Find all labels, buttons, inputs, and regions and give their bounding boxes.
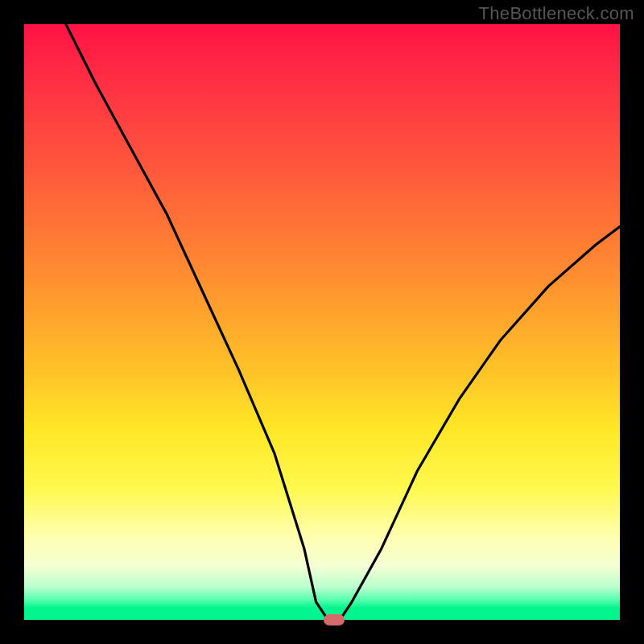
curve-layer — [24, 24, 620, 620]
chart-frame: TheBottleneck.com — [0, 0, 644, 644]
plot-area — [24, 24, 620, 620]
optimal-point-marker — [324, 614, 345, 625]
bottleneck-curve — [66, 24, 620, 620]
watermark-text: TheBottleneck.com — [479, 3, 634, 24]
